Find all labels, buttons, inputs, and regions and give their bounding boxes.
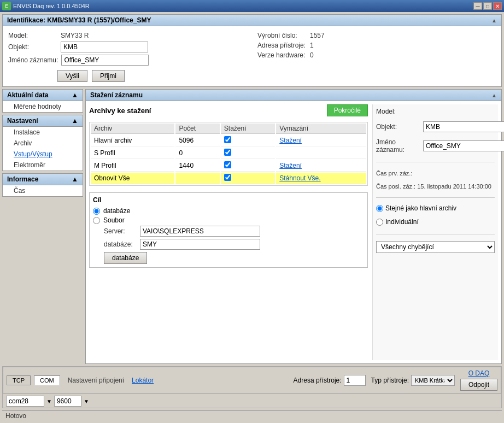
archive-checkbox[interactable] (224, 161, 231, 168)
daq-link[interactable]: O DAQ (468, 369, 490, 377)
sidebar-item-cas[interactable]: Čas (3, 185, 83, 196)
archive-check (221, 173, 275, 184)
maximize-button[interactable]: □ (483, 2, 492, 10)
sidebar-informace: Informace ▲ Čas (2, 173, 83, 197)
com-tab[interactable]: COM (34, 375, 60, 385)
archive-link[interactable]: Stažení (276, 135, 366, 146)
databaze-button[interactable]: databáze (104, 252, 147, 264)
jmeno-label: Jméno záznamu: (8, 56, 58, 64)
sidebar-item-elektromer[interactable]: Elektroměr (3, 160, 83, 171)
server-label: Server: (104, 227, 137, 235)
archive-checkbox[interactable] (224, 136, 231, 143)
informace-header: Informace ▲ (3, 174, 83, 185)
prijmi-button[interactable]: Přijmi (92, 70, 125, 82)
stahnout-vse-link[interactable]: Stáhnout Vše. (279, 174, 320, 182)
adresa-input[interactable] (344, 375, 366, 386)
databaze-input[interactable] (140, 239, 260, 250)
lokator-link[interactable]: Lokátor (132, 377, 154, 384)
tcp-tab[interactable]: TCP (7, 375, 31, 385)
aktualni-label: Aktuální data (7, 91, 48, 99)
merene-label: Měřené hodnoty (14, 103, 61, 110)
server-input[interactable] (140, 226, 260, 237)
col-archiv: Archiv (91, 124, 174, 134)
sidebar-item-vstup[interactable]: Vstup/Výstup (3, 149, 83, 160)
nastaveni-pripojeni-label: Nastavení připojení (68, 377, 124, 384)
download-content: Archivy ke stažení Pokročilé Archiv Poče… (86, 101, 501, 363)
archive-table: Archiv Počet Stažení Vymazání Hlavní arc… (89, 122, 368, 186)
typ-row: Typ přístroje: KMB Krátká (371, 375, 455, 386)
archive-link (276, 148, 366, 159)
jmeno-input[interactable] (61, 55, 149, 66)
archive-name: Obnovit Vše (91, 173, 174, 184)
com-dropdown-arrow[interactable]: ▼ (46, 398, 52, 404)
ident-left-col: Model: SMY33 R Objekt: Jméno záznamu: (8, 32, 247, 66)
typ-pristroje-label: Typ přístroje: (371, 377, 409, 384)
daq-odpojit: O DAQ Odpojit (460, 369, 497, 391)
sidebar-item-merene[interactable]: Měřené hodnoty (3, 101, 83, 112)
table-row: Hlavní archiv 5096 Stažení (91, 135, 366, 146)
archive-count (175, 173, 219, 184)
middle-row: Aktuální data ▲ Měřené hodnoty Nastavení… (2, 89, 502, 364)
archive-checkbox[interactable] (224, 149, 231, 156)
aktualni-arrow-icon: ▲ (72, 91, 78, 99)
right-jmeno-input[interactable] (423, 140, 504, 151)
adresa-label: Adresa přístroje: (257, 42, 307, 49)
close-button[interactable]: ✕ (493, 2, 502, 10)
radio-individualni[interactable] (376, 219, 383, 226)
titlebar-title: ENVIS.Daq rev. 1.0.0.4504R (13, 3, 90, 9)
ident-arrow-icon: ▲ (491, 17, 497, 24)
archive-link[interactable]: Stažení (276, 160, 366, 172)
bottom-panel: TCP COM Nastavení připojení Lokátor Adre… (2, 366, 502, 408)
baud-dropdown-arrow[interactable]: ▼ (84, 398, 89, 404)
adresa-pristroje-label: Adresa přístroje: (294, 377, 342, 384)
right-info: Model: Objekt: Jméno záznamu: Čas p (372, 104, 498, 360)
radio-soubor-label: Soubor (103, 216, 125, 224)
archive-count: 0 (175, 148, 219, 159)
vyrobni-row: Výrobní číslo: 1557 (257, 32, 496, 39)
sidebar: Aktuální data ▲ Měřené hodnoty Nastavení… (2, 89, 83, 364)
typ-select[interactable]: KMB Krátká (411, 375, 455, 386)
verze-row: Verze hardware: 0 (257, 51, 496, 59)
stazeni-link[interactable]: Stažení (279, 137, 302, 144)
right-objekt-input[interactable] (423, 121, 504, 132)
radio-databaze[interactable] (93, 208, 100, 215)
missing-dropdown[interactable]: Všechny chybějící (376, 241, 495, 253)
col-stazeni-header: Stažení (221, 124, 275, 134)
right-jmeno-row: Jméno záznamu: (376, 138, 495, 154)
right-objekt-label: Objekt: (376, 123, 420, 131)
odpojit-button[interactable]: Odpojit (460, 379, 497, 391)
right-jmeno-label: Jméno záznamu: (376, 138, 420, 154)
archive-check (221, 160, 275, 172)
sidebar-nastaveni: Nastavení ▲ Instalace Archiv Vstup/Výstu… (2, 115, 83, 171)
archive-link[interactable]: Stáhnout Vše. (276, 173, 366, 184)
radio-stejne[interactable] (376, 205, 383, 212)
model-row: Model: SMY33 R (8, 32, 247, 39)
archive-count: 1440 (175, 160, 219, 172)
com-input[interactable] (6, 396, 44, 407)
target-section: Cíl databáze Soubor Serv (89, 192, 368, 268)
main-content: Identifikace: KMB/SMY33 R (1557)/Office_… (0, 12, 504, 423)
sidebar-item-instalace[interactable]: Instalace (3, 127, 83, 138)
radio-stejne-row: Stejné jako hlavní archiv (376, 204, 495, 212)
databaze-label: databáze: (104, 240, 137, 248)
nastaveni-header: Nastavení ▲ (3, 115, 83, 127)
aktualni-header: Aktuální data ▲ (3, 90, 83, 101)
status-text: Hotovo (5, 412, 26, 420)
baud-input[interactable] (54, 396, 81, 407)
stazeni-link2[interactable]: Stažení (279, 162, 302, 169)
sidebar-item-archiv[interactable]: Archiv (3, 138, 83, 149)
radio-soubor[interactable] (93, 217, 100, 224)
archives-header-row: Archivy ke stažení Pokročilé (89, 104, 368, 116)
instalace-label: Instalace (14, 128, 40, 136)
objekt-input[interactable] (61, 42, 148, 52)
table-row: M Profil 1440 Stažení (91, 160, 366, 172)
radio-databaze-label: databáze (103, 207, 130, 215)
radio-databaze-row: databáze (93, 207, 364, 215)
pokrocile-button[interactable]: Pokročilé (327, 104, 368, 116)
vysli-button[interactable]: Vyšli (57, 70, 87, 82)
nastaveni-arrow-icon: ▲ (72, 117, 78, 125)
databaze-row: databáze: (104, 239, 364, 250)
status-bar: Hotovo (2, 410, 502, 421)
minimize-button[interactable]: ─ (473, 2, 482, 10)
archive-checkbox[interactable] (224, 174, 231, 181)
